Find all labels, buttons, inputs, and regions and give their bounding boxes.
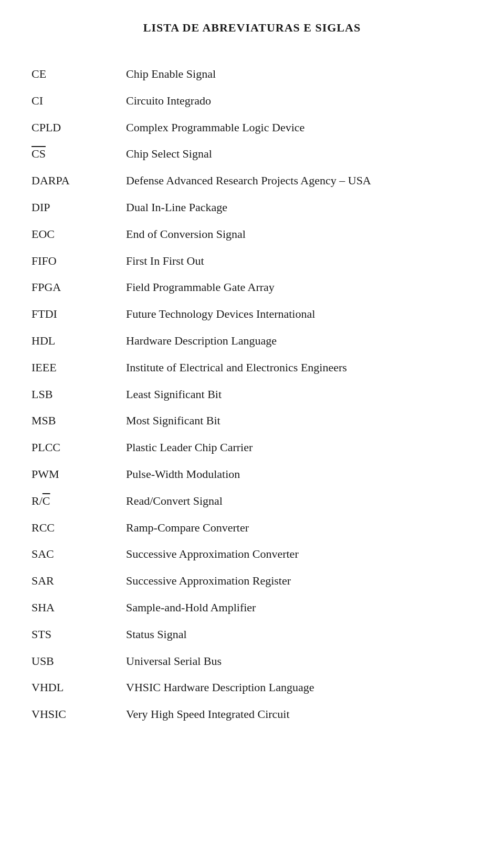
table-row: FIFOFirst In First Out <box>32 248 472 275</box>
definition-cell: Ramp-Compare Converter <box>126 515 472 541</box>
abbreviation-cell: FIFO <box>32 248 126 275</box>
table-row: MSBMost Significant Bit <box>32 408 472 434</box>
abbreviation-cell: CPLD <box>32 114 126 141</box>
definition-cell: First In First Out <box>126 248 472 275</box>
table-row: VHSICVery High Speed Integrated Circuit <box>32 701 472 728</box>
table-row: CICircuito Integrado <box>32 88 472 114</box>
abbreviation-cell: PWM <box>32 461 126 488</box>
abbreviation-cell: RCC <box>32 515 126 541</box>
abbreviation-cell: FTDI <box>32 301 126 328</box>
abbreviation-cell: VHDL <box>32 674 126 701</box>
definition-cell: Most Significant Bit <box>126 408 472 434</box>
table-row: FTDIFuture Technology Devices Internatio… <box>32 301 472 328</box>
table-row: RCCRamp-Compare Converter <box>32 515 472 541</box>
definition-cell: Dual In-Line Package <box>126 194 472 221</box>
abbreviation-cell: SAR <box>32 568 126 595</box>
definition-cell: Future Technology Devices International <box>126 301 472 328</box>
abbreviation-cell: DIP <box>32 194 126 221</box>
table-row: DARPADefense Advanced Research Projects … <box>32 168 472 194</box>
definition-cell: Sample-and-Hold Amplifier <box>126 595 472 621</box>
abbreviation-cell: LSB <box>32 381 126 408</box>
definition-cell: Successive Approximation Converter <box>126 541 472 568</box>
definition-cell: Status Signal <box>126 621 472 648</box>
definition-cell: Least Significant Bit <box>126 381 472 408</box>
table-row: SARSuccessive Approximation Register <box>32 568 472 595</box>
abbreviation-cell: DARPA <box>32 168 126 194</box>
definition-cell: Complex Programmable Logic Device <box>126 114 472 141</box>
definition-cell: Pulse-Width Modulation <box>126 461 472 488</box>
definition-cell: End of Conversion Signal <box>126 221 472 248</box>
abbreviation-cell: R/C <box>32 488 126 515</box>
table-row: IEEEInstitute of Electrical and Electron… <box>32 355 472 381</box>
table-row: R/CRead/Convert Signal <box>32 488 472 515</box>
definition-cell: Field Programmable Gate Array <box>126 274 472 301</box>
definition-cell: Chip Enable Signal <box>126 61 472 88</box>
abbreviation-cell: HDL <box>32 328 126 355</box>
abbreviation-cell: VHSIC <box>32 701 126 728</box>
definition-cell: Universal Serial Bus <box>126 648 472 675</box>
abbreviation-cell: CI <box>32 88 126 114</box>
definition-cell: Plastic Leader Chip Carrier <box>126 434 472 461</box>
table-row: LSBLeast Significant Bit <box>32 381 472 408</box>
abbreviation-cell: FPGA <box>32 274 126 301</box>
table-row: CEChip Enable Signal <box>32 61 472 88</box>
abbreviation-cell: STS <box>32 621 126 648</box>
table-row: PWMPulse-Width Modulation <box>32 461 472 488</box>
table-row: USBUniversal Serial Bus <box>32 648 472 675</box>
abbreviation-cell: SAC <box>32 541 126 568</box>
table-row: VHDLVHSIC Hardware Description Language <box>32 674 472 701</box>
table-row: PLCCPlastic Leader Chip Carrier <box>32 434 472 461</box>
abbreviation-cell: EOC <box>32 221 126 248</box>
table-row: CPLDComplex Programmable Logic Device <box>32 114 472 141</box>
definition-cell: Institute of Electrical and Electronics … <box>126 355 472 381</box>
table-row: DIPDual In-Line Package <box>32 194 472 221</box>
table-row: FPGAField Programmable Gate Array <box>32 274 472 301</box>
definition-cell: VHSIC Hardware Description Language <box>126 674 472 701</box>
abbreviation-cell: IEEE <box>32 355 126 381</box>
definition-cell: Successive Approximation Register <box>126 568 472 595</box>
table-row: SHASample-and-Hold Amplifier <box>32 595 472 621</box>
table-row: HDLHardware Description Language <box>32 328 472 355</box>
abbreviation-cell: MSB <box>32 408 126 434</box>
page-title: LISTA DE ABREVIATURAS E SIGLAS <box>32 21 472 35</box>
abbreviation-cell: CE <box>32 61 126 88</box>
table-row: STSStatus Signal <box>32 621 472 648</box>
definition-cell: Read/Convert Signal <box>126 488 472 515</box>
definition-cell: Very High Speed Integrated Circuit <box>126 701 472 728</box>
abbreviation-cell: PLCC <box>32 434 126 461</box>
table-row: SACSuccessive Approximation Converter <box>32 541 472 568</box>
definition-cell: Defense Advanced Research Projects Agenc… <box>126 168 472 194</box>
abbreviation-cell: SHA <box>32 595 126 621</box>
definition-cell: Circuito Integrado <box>126 88 472 114</box>
abbreviations-table: CEChip Enable SignalCICircuito Integrado… <box>32 61 472 728</box>
definition-cell: Hardware Description Language <box>126 328 472 355</box>
table-row: CSChip Select Signal <box>32 141 472 168</box>
definition-cell: Chip Select Signal <box>126 141 472 168</box>
abbreviation-cell: USB <box>32 648 126 675</box>
table-row: EOCEnd of Conversion Signal <box>32 221 472 248</box>
abbreviation-cell: CS <box>32 141 126 168</box>
